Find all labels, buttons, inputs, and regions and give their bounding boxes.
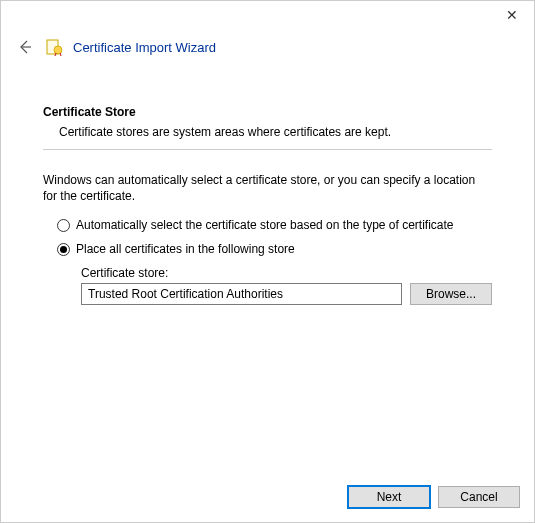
intro-text: Windows can automatically select a certi…: [43, 172, 492, 204]
store-block: Certificate store: Browse...: [57, 266, 492, 305]
radio-icon: [57, 219, 70, 232]
footer-buttons: Next Cancel: [348, 486, 520, 508]
cancel-button[interactable]: Cancel: [438, 486, 520, 508]
close-icon: ✕: [506, 7, 518, 23]
radio-manual-label: Place all certificates in the following …: [76, 242, 295, 256]
section-title: Certificate Store: [43, 105, 492, 119]
next-button[interactable]: Next: [348, 486, 430, 508]
divider: [43, 149, 492, 150]
back-button[interactable]: [15, 37, 35, 57]
store-row: Browse...: [81, 283, 492, 305]
browse-button[interactable]: Browse...: [410, 283, 492, 305]
back-arrow-icon: [17, 39, 33, 55]
certificate-icon: [45, 38, 63, 56]
store-selection-group: Automatically select the certificate sto…: [43, 218, 492, 305]
content-area: Certificate Store Certificate stores are…: [1, 67, 534, 305]
radio-auto-label: Automatically select the certificate sto…: [76, 218, 454, 232]
wizard-header: Certificate Import Wizard: [1, 31, 534, 67]
titlebar: ✕: [1, 1, 534, 31]
section-description: Certificate stores are system areas wher…: [43, 125, 492, 139]
radio-icon: [57, 243, 70, 256]
wizard-title: Certificate Import Wizard: [73, 40, 216, 55]
radio-manual-select[interactable]: Place all certificates in the following …: [57, 242, 492, 256]
radio-auto-select[interactable]: Automatically select the certificate sto…: [57, 218, 492, 232]
svg-point-2: [54, 46, 62, 54]
certificate-store-input[interactable]: [81, 283, 402, 305]
store-field-label: Certificate store:: [81, 266, 492, 280]
close-button[interactable]: ✕: [489, 1, 534, 29]
